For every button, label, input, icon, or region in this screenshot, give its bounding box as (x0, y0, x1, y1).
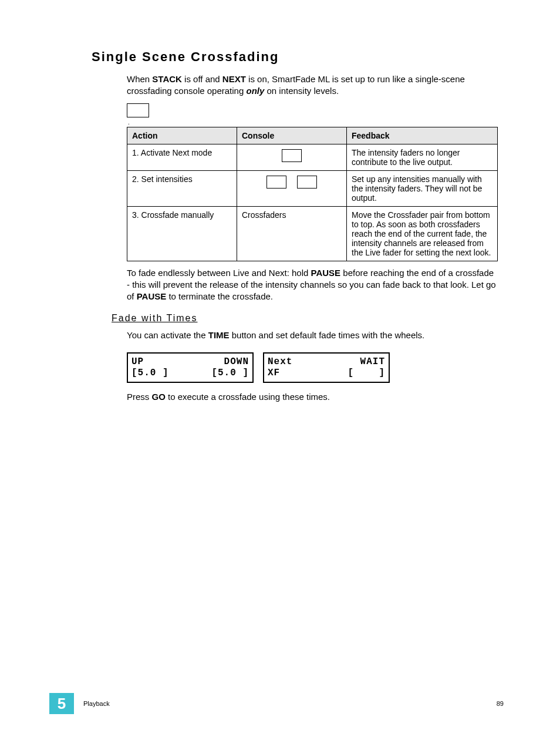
th-feedback: Feedback (347, 127, 498, 144)
table-row: 2. Set intensities Set up any intensitie… (127, 170, 498, 206)
intro-paragraph: When STACK is off and NEXT is on, SmartF… (127, 73, 498, 97)
cell-action: 2. Set intensities (127, 170, 237, 206)
cell-feedback: Set up any intensities manually with the… (347, 170, 498, 206)
cell-console (237, 144, 347, 170)
after-table-paragraph: To fade endlessly between Live and Next:… (127, 267, 498, 303)
only-italic: only (246, 86, 264, 96)
subsection-heading: Fade with Times (112, 313, 504, 324)
pause-bold: PAUSE (137, 291, 167, 301)
text: To fade endlessly between Live and Next:… (127, 268, 311, 278)
pause-bold: PAUSE (311, 268, 341, 278)
footer-title: Playback (83, 700, 497, 707)
cell-feedback: The intensity faders no longer contribut… (347, 144, 498, 170)
go-bold: GO (152, 392, 166, 402)
table-row: 1. Activate Next mode The intensity fade… (127, 144, 498, 170)
text: Press (127, 392, 152, 402)
cell-action: 3. Crossfade manually (127, 206, 237, 261)
fade-intro-paragraph: You can activate the TIME button and set… (127, 329, 498, 341)
lcd-text: Next (268, 356, 292, 367)
procedure-table: Action Console Feedback 1. Activate Next… (127, 127, 498, 261)
lcd-text: UP (131, 356, 144, 367)
lcd-text: [5.0 ] (211, 368, 249, 378)
lcd-text: WAIT (360, 356, 385, 367)
footer-page-number: 89 (497, 700, 504, 707)
section-heading: Single Scene Crossfading (92, 49, 504, 65)
text: on intensity levels. (264, 86, 339, 96)
text: is off and (182, 74, 222, 84)
lcd-text: [ ] (348, 368, 385, 378)
stack-bold: STACK (152, 74, 182, 84)
lcd-text: [5.0 ] (131, 368, 169, 378)
lcd-text: XF (268, 368, 280, 378)
next-bold: NEXT (222, 74, 246, 84)
text: to execute a crossfade using these times… (166, 392, 330, 402)
time-bold: TIME (208, 330, 230, 340)
th-action: Action (127, 127, 237, 144)
chapter-number-box: 5 (49, 693, 74, 714)
button-icon (127, 103, 149, 117)
button-graphic-row (127, 103, 498, 120)
text: When (127, 74, 152, 84)
cell-feedback: Move the Crossfader pair from bottom to … (347, 206, 498, 261)
text: button and set default fade times with t… (230, 330, 425, 340)
button-icon (297, 176, 317, 189)
table-row: 3. Crossfade manually Crossfaders Move t… (127, 206, 498, 261)
page-footer: 5 Playback 89 (49, 693, 504, 714)
cell-console (237, 170, 347, 206)
lcd-displays: UPDOWN [5.0 ][5.0 ] NextWAIT XF[ ] (127, 352, 498, 383)
lcd-display-1: UPDOWN [5.0 ][5.0 ] (127, 352, 254, 383)
cell-action: 1. Activate Next mode (127, 144, 237, 170)
footnote-dot: . (128, 121, 498, 124)
cell-console: Crossfaders (237, 206, 347, 261)
go-paragraph: Press GO to execute a crossfade using th… (127, 391, 498, 403)
th-console: Console (237, 127, 347, 144)
lcd-display-2: NextWAIT XF[ ] (263, 352, 390, 383)
text: to terminate the crossfade. (166, 291, 273, 301)
lcd-text: DOWN (224, 356, 249, 367)
text: You can activate the (127, 330, 208, 340)
button-icon (282, 149, 302, 162)
button-icon (266, 176, 286, 189)
